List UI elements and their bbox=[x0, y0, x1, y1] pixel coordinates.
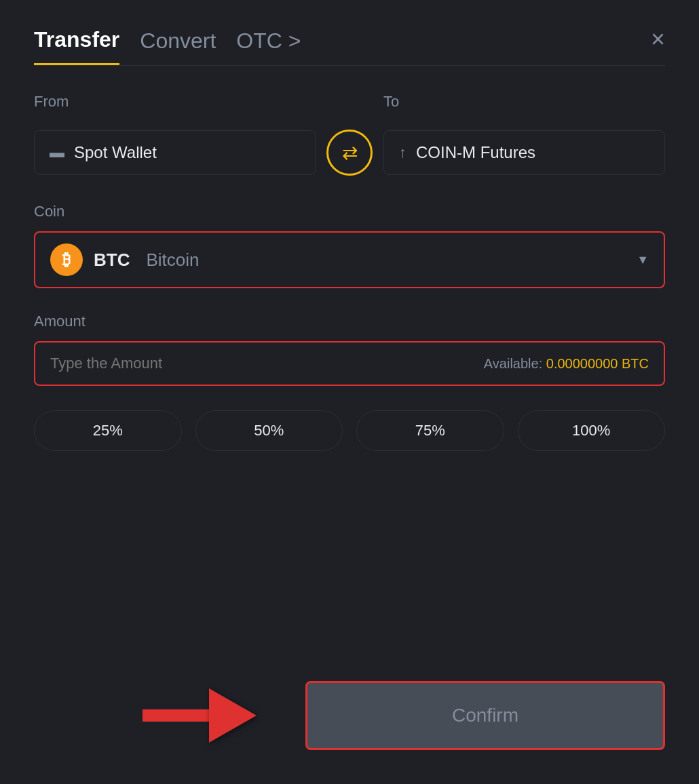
percent-100-button[interactable]: 100% bbox=[518, 410, 666, 451]
amount-box: Available: 0.00000000 BTC bbox=[34, 341, 665, 386]
tab-transfer[interactable]: Transfer bbox=[34, 27, 119, 65]
amount-section: Amount Available: 0.00000000 BTC bbox=[34, 313, 665, 386]
transfer-modal: Transfer Convert OTC > × From To ▬ Spot … bbox=[0, 0, 699, 784]
from-label: From bbox=[34, 93, 316, 111]
from-wallet-name: Spot Wallet bbox=[74, 143, 157, 162]
percent-25-button[interactable]: 25% bbox=[34, 410, 182, 451]
futures-wallet-icon: ↑ bbox=[399, 144, 407, 161]
tab-otc[interactable]: OTC > bbox=[236, 28, 301, 64]
swap-icon: ⇄ bbox=[342, 142, 358, 164]
coin-section: Coin ₿ BTC Bitcoin ▼ bbox=[34, 203, 665, 288]
modal-header: Transfer Convert OTC > × bbox=[34, 27, 665, 65]
available-display: Available: 0.00000000 BTC bbox=[484, 356, 649, 372]
from-to-labels: From To bbox=[34, 93, 665, 121]
header-divider bbox=[34, 65, 665, 66]
amount-label: Amount bbox=[34, 313, 665, 330]
percent-row: 25% 50% 75% 100% bbox=[34, 410, 665, 451]
arrow-head bbox=[209, 688, 257, 743]
bottom-row: Confirm bbox=[34, 681, 665, 750]
coin-symbol: BTC bbox=[94, 250, 130, 271]
arrow-shaft bbox=[143, 709, 210, 722]
to-label: To bbox=[383, 93, 665, 111]
from-to-row: ▬ Spot Wallet ⇄ ↑ COIN-M Futures bbox=[34, 130, 665, 176]
from-wallet-selector[interactable]: ▬ Spot Wallet bbox=[34, 130, 316, 175]
percent-75-button[interactable]: 75% bbox=[356, 410, 504, 451]
btc-icon: ₿ bbox=[50, 243, 83, 276]
coin-label: Coin bbox=[34, 203, 665, 220]
chevron-down-icon: ▼ bbox=[637, 253, 649, 267]
available-value: 0.00000000 BTC bbox=[546, 356, 649, 371]
tab-convert[interactable]: Convert bbox=[140, 28, 216, 64]
coin-left: ₿ BTC Bitcoin bbox=[50, 243, 199, 276]
available-label: Available: bbox=[484, 356, 542, 371]
coin-name: Bitcoin bbox=[146, 250, 199, 271]
close-button[interactable]: × bbox=[651, 27, 665, 62]
arrow-indicator bbox=[143, 688, 257, 743]
percent-50-button[interactable]: 50% bbox=[195, 410, 343, 451]
to-wallet-name: COIN-M Futures bbox=[416, 143, 535, 162]
coin-selector[interactable]: ₿ BTC Bitcoin ▼ bbox=[34, 231, 665, 288]
btc-symbol: ₿ bbox=[62, 250, 71, 269]
amount-input[interactable] bbox=[50, 355, 484, 372]
spot-wallet-icon: ▬ bbox=[50, 144, 64, 161]
swap-button[interactable]: ⇄ bbox=[326, 130, 373, 176]
confirm-button[interactable]: Confirm bbox=[305, 681, 665, 750]
to-wallet-selector[interactable]: ↑ COIN-M Futures bbox=[383, 130, 665, 175]
